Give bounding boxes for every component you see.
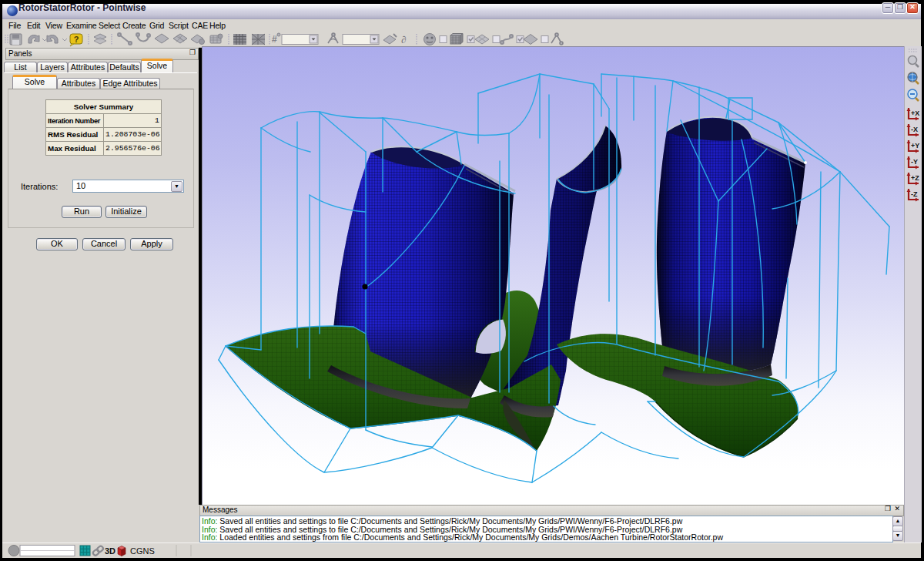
svg-text:-X: -X (911, 126, 918, 133)
svg-text:?: ? (74, 35, 79, 44)
svg-text:+Z: +Z (911, 174, 919, 182)
svg-text:-Y: -Y (911, 158, 918, 166)
svg-text:3D: 3D (105, 546, 116, 556)
svg-text:+X: +X (911, 109, 919, 117)
svg-text:+Y: +Y (911, 142, 919, 149)
svg-text:-Z: -Z (911, 190, 918, 198)
svg-text:CGNS: CGNS (130, 546, 155, 556)
svg-text:#: # (272, 34, 277, 45)
svg-text:∂: ∂ (401, 34, 406, 45)
